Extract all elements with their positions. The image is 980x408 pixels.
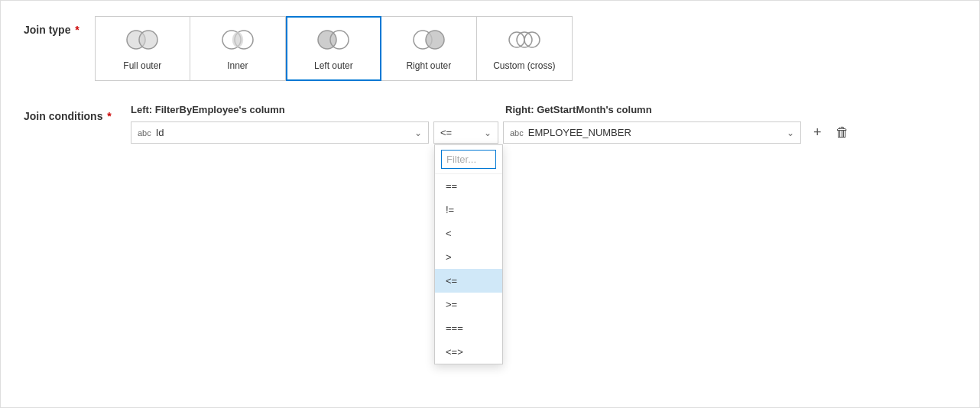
left-column-value: Id (156, 127, 408, 138)
op-lte[interactable]: <= (435, 269, 502, 293)
operator-value: <= (440, 127, 478, 138)
action-icons: + 🗑 (810, 123, 852, 142)
operator-popup: == != < > <= >= === <=> (434, 144, 503, 364)
right-outer-icon (411, 26, 446, 56)
right-abc-tag: abc (510, 128, 524, 138)
join-type-btn-full-outer[interactable]: Full outer (95, 16, 190, 81)
left-abc-tag: abc (138, 128, 151, 138)
inner-icon (220, 26, 255, 56)
add-condition-button[interactable]: + (810, 123, 825, 142)
join-type-row: Join type * Full outer (24, 16, 956, 81)
required-star-join-type: * (72, 24, 79, 36)
inner-label: Inner (227, 60, 248, 71)
left-dropdown-chevron: ⌄ (414, 128, 422, 138)
custom-cross-label: Custom (cross) (493, 60, 555, 71)
full-outer-label: Full outer (123, 60, 161, 71)
conditions-header: Left: FilterByEmployee's column Right: G… (131, 104, 956, 115)
left-outer-icon (316, 26, 351, 56)
join-conditions-label: Join conditions * (24, 104, 115, 122)
left-outer-label: Left outer (314, 60, 353, 71)
required-star-conditions: * (104, 110, 111, 122)
op-lt[interactable]: < (435, 222, 502, 245)
op-gt[interactable]: > (435, 245, 502, 269)
right-column-header: Right: GetStartMonth's column (505, 104, 796, 115)
operator-dropdown[interactable]: <= ⌄ == != < > <= >= === <=> (433, 121, 498, 144)
filter-container (435, 145, 502, 174)
operator-chevron: ⌄ (484, 128, 492, 138)
op-neq[interactable]: != (435, 198, 502, 222)
join-conditions-row: Join conditions * Left: FilterByEmployee… (24, 104, 956, 144)
filter-input[interactable] (441, 150, 496, 169)
op-ltegte[interactable]: <=> (435, 340, 502, 364)
join-conditions-label-text: Join conditions (24, 110, 102, 122)
op-eq[interactable]: == (435, 174, 502, 198)
left-column-header: Left: FilterByEmployee's column (131, 104, 429, 115)
svg-point-1 (139, 31, 157, 49)
right-column-dropdown[interactable]: abc EMPLOYEE_NUMBER ⌄ (503, 121, 801, 144)
left-column-dropdown[interactable]: abc Id ⌄ (131, 121, 429, 144)
join-type-label-text: Join type (24, 24, 70, 36)
join-type-options: Full outer Inner (95, 16, 573, 81)
delete-condition-button[interactable]: 🗑 (832, 123, 852, 142)
join-conditions-content: Left: FilterByEmployee's column Right: G… (131, 104, 956, 144)
op-gte[interactable]: >= (435, 293, 502, 316)
op-seq[interactable]: === (435, 316, 502, 340)
condition-row: abc Id ⌄ <= ⌄ == != < (131, 121, 956, 144)
svg-point-7 (426, 31, 444, 49)
right-column-value: EMPLOYEE_NUMBER (528, 127, 780, 138)
join-type-btn-custom-cross[interactable]: Custom (cross) (477, 16, 573, 81)
page-container: Join type * Full outer (0, 0, 980, 408)
full-outer-icon (125, 26, 160, 56)
join-type-btn-left-outer[interactable]: Left outer (286, 16, 381, 81)
join-type-label: Join type * (24, 16, 80, 36)
right-dropdown-chevron: ⌄ (787, 128, 794, 138)
join-type-btn-inner[interactable]: Inner (190, 16, 286, 81)
right-outer-label: Right outer (406, 60, 451, 71)
custom-cross-icon (507, 26, 542, 56)
join-type-btn-right-outer[interactable]: Right outer (381, 16, 477, 81)
